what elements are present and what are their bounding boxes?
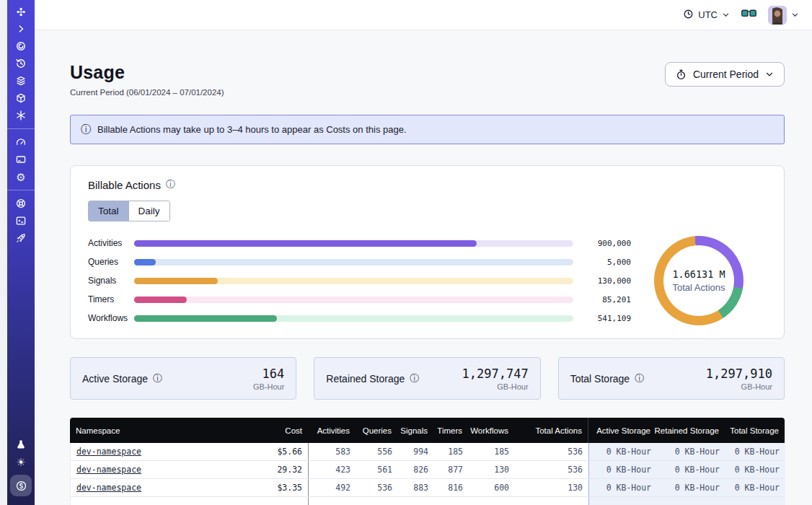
donut-total-value: 1.66131 M	[672, 268, 725, 280]
cost-cell: $5.66	[237, 443, 309, 460]
bar-row-signals: Signals 130,000	[88, 275, 631, 287]
current-period-label: Current Period	[693, 69, 759, 80]
billing-card-icon[interactable]	[7, 151, 35, 168]
activities-cell: 583	[309, 443, 356, 460]
retained-storage-label: Retained Storage	[326, 373, 405, 385]
total-actions-cell: 536	[515, 461, 588, 478]
expand-sidebar-chevron-icon[interactable]	[7, 20, 35, 38]
bar-track	[134, 278, 573, 284]
total-storage-cell: 0 KB-Hour	[725, 479, 785, 496]
table-row-partial	[70, 497, 785, 505]
col-active-storage: Active Storage	[588, 418, 656, 443]
namespace-link[interactable]: dev-namespace	[76, 465, 141, 475]
theme-sun-icon[interactable]: ☀	[7, 453, 35, 470]
table-row: dev-namespace $5.66 583 556 994 185 185 …	[70, 443, 785, 461]
account-menu[interactable]	[768, 6, 799, 25]
chevron-down-icon	[765, 70, 774, 79]
cost-cell: $3.35	[237, 479, 309, 496]
main-content: Usage Current Period (06/01/2024 – 07/01…	[35, 30, 812, 505]
total-storage-unit: GB-Hour	[706, 382, 772, 391]
bar-row-queries: Queries 5,000	[88, 256, 631, 268]
namespace-link[interactable]: dev-namespace	[76, 483, 141, 493]
queries-cell: 536	[356, 479, 398, 496]
sidebar: ✣ ⚙ ☀	[7, 0, 35, 505]
timers-cell: 816	[434, 479, 469, 496]
info-icon[interactable]: ⓘ	[410, 372, 419, 385]
donut-total-label: Total Actions	[673, 282, 725, 293]
bar-fill	[134, 278, 218, 284]
info-icon[interactable]: ⓘ	[153, 372, 162, 385]
page-subtitle: Current Period (06/01/2024 – 07/01/2024)	[70, 88, 224, 97]
retained-storage-cell: 0 KB-Hour	[657, 461, 725, 478]
glasses-icon[interactable]	[741, 9, 756, 22]
usage-costs-active-button[interactable]	[10, 475, 32, 496]
signals-cell: 994	[398, 443, 434, 460]
retained-storage-cell: 0 KB-Hour	[657, 479, 725, 496]
getting-started-rocket-icon[interactable]	[7, 229, 35, 247]
col-signals: Signals	[397, 418, 433, 443]
namespace-link-cell[interactable]: dev-namespace	[71, 443, 237, 460]
billable-actions-bar-chart: Activities 900,000 Queries 5,000 Signals…	[88, 237, 631, 325]
table-row: dev-namespace 29.32 423 561 826 877 130 …	[70, 461, 785, 479]
support-lifebuoy-icon[interactable]	[7, 195, 35, 212]
feedback-terminal-icon[interactable]	[7, 212, 35, 229]
col-activities: Activities	[308, 418, 356, 443]
bar-label: Queries	[88, 257, 134, 267]
stopwatch-icon	[676, 69, 687, 80]
timers-cell: 185	[434, 443, 469, 460]
timezone-selector[interactable]: UTC	[683, 9, 730, 22]
billable-actions-title: Billable Actions	[88, 179, 161, 191]
bar-label: Workflows	[88, 313, 134, 323]
donut-ring: 1.66131 M Total Actions	[654, 236, 743, 325]
table-row: dev-namespace $3.35 492 536 883 816 600 …	[70, 479, 785, 497]
bar-fill	[134, 315, 277, 322]
active-storage-cell: 0 KB-Hour	[588, 479, 657, 496]
retained-storage-unit: GB-Hour	[462, 382, 529, 391]
settings-gear-icon[interactable]: ⚙	[7, 168, 35, 185]
active-storage-value: 164	[253, 366, 284, 381]
bar-value: 541,109	[573, 314, 631, 323]
tab-daily[interactable]: Daily	[128, 201, 169, 221]
tab-total[interactable]: Total	[89, 201, 128, 221]
usage-gauge-icon[interactable]	[7, 133, 35, 151]
nexus-asterisk-icon[interactable]	[7, 107, 35, 124]
cost-cell: 29.32	[237, 461, 309, 478]
queries-cell: 556	[356, 443, 398, 460]
info-icon[interactable]: ⓘ	[635, 372, 644, 385]
banner-text: Billable Actions may take up to 3–4 hour…	[97, 124, 407, 135]
page-title: Usage	[70, 62, 224, 83]
retained-storage-cell: 0 KB-Hour	[657, 443, 725, 460]
total-actions-cell: 130	[515, 479, 588, 496]
namespaces-icon[interactable]	[7, 38, 35, 55]
current-period-dropdown[interactable]: Current Period	[665, 62, 785, 87]
active-storage-unit: GB-Hour	[253, 382, 284, 391]
bar-row-workflows: Workflows 541,109	[88, 312, 631, 325]
avatar	[768, 6, 787, 25]
billable-actions-info-banner: ⓘ Billable Actions may take up to 3–4 ho…	[70, 115, 785, 144]
bar-value: 5,000	[573, 258, 631, 267]
info-icon[interactable]: ⓘ	[166, 178, 175, 191]
bar-fill	[134, 297, 187, 303]
bar-label: Signals	[88, 276, 134, 286]
activities-cell: 492	[309, 479, 356, 496]
namespace-link-cell[interactable]: dev-namespace	[71, 461, 237, 478]
sidebar-divider	[7, 128, 35, 129]
clock-icon	[683, 9, 694, 22]
layers-icon[interactable]	[7, 72, 35, 89]
storage-summary-row: Active Storage ⓘ 164 GB-Hour Retained St…	[70, 357, 785, 400]
table-header: Namespace Cost Activities Queries Signal…	[70, 418, 785, 443]
col-namespace: Namespace	[70, 418, 236, 443]
namespace-link-cell[interactable]: dev-namespace	[71, 479, 237, 496]
col-total-actions: Total Actions	[514, 418, 588, 443]
active-storage-label: Active Storage	[82, 373, 148, 385]
bar-track	[134, 240, 573, 247]
col-timers: Timers	[433, 418, 468, 443]
labs-flask-icon[interactable]	[7, 436, 35, 453]
topbar: UTC	[35, 0, 812, 30]
namespace-link[interactable]: dev-namespace	[76, 447, 141, 457]
bar-row-activities: Activities 900,000	[88, 237, 631, 250]
chevron-down-icon	[791, 11, 799, 19]
bar-fill	[134, 259, 156, 265]
schedules-clock-icon[interactable]	[7, 55, 35, 72]
cube-icon[interactable]	[7, 89, 35, 107]
